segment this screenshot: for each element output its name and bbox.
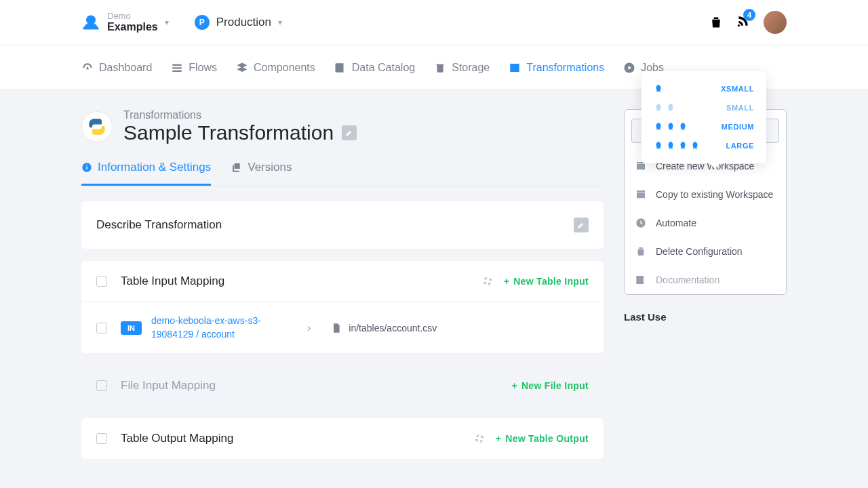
nav-storage[interactable]: Storage [434, 62, 490, 74]
side-delete-config[interactable]: Delete Configuration [625, 237, 786, 266]
trash-icon [635, 246, 646, 257]
option-label: LARGE [726, 142, 755, 150]
book-icon [635, 274, 646, 285]
breadcrumb[interactable]: Transformations [123, 109, 357, 121]
option-label: XSMALL [721, 85, 754, 93]
backend-size-option-medium[interactable]: MEDIUM [642, 117, 766, 136]
chevron-down-icon: ▾ [165, 18, 169, 27]
rocket-icon [666, 103, 675, 113]
new-file-input-button[interactable]: +New File Input [511, 380, 589, 391]
nav-flows[interactable]: Flows [171, 62, 217, 74]
project-selector[interactable]: Demo Examples [107, 12, 158, 33]
in-badge: IN [121, 321, 142, 335]
nav-label: Flows [189, 62, 217, 74]
keboola-logo-icon [81, 13, 100, 32]
side-label: Automate [656, 218, 696, 228]
card-title: Table Input Mapping [121, 274, 224, 288]
notifications-count: 4 [743, 9, 755, 21]
plus-icon: + [511, 380, 517, 391]
rocket-icon [654, 141, 663, 150]
window-icon [509, 62, 521, 74]
table-output-card: Table Output Mapping +New Table Output [81, 418, 604, 459]
env-name: Production [216, 16, 271, 29]
pencil-icon [577, 221, 585, 229]
project-org-label: Demo [107, 12, 158, 21]
new-link-label: New Table Output [505, 433, 589, 444]
svg-point-3 [86, 16, 96, 25]
nav-transformations[interactable]: Transformations [509, 62, 604, 74]
collapse-icon[interactable] [482, 276, 493, 287]
tab-label: Information & Settings [98, 161, 211, 174]
document-icon [331, 323, 342, 333]
mapping-row: IN demo-keboola-ex-aws-s3-19084129 / acc… [81, 302, 604, 353]
stack-icon [236, 62, 248, 74]
new-table-output-button[interactable]: +New Table Output [496, 433, 589, 444]
rocket-icon [678, 141, 688, 150]
checkbox[interactable] [96, 323, 107, 333]
rocket-icon [690, 141, 700, 150]
info-icon [81, 162, 92, 173]
rocket-icon [654, 103, 663, 113]
rocket-icon [654, 84, 663, 94]
nav-components[interactable]: Components [236, 62, 315, 74]
edit-description-button[interactable] [574, 218, 589, 232]
topbar: Demo Examples ▾ P Production ▾ 4 [0, 0, 868, 45]
page-tabs: Information & Settings Versions [81, 161, 604, 186]
box-icon [635, 189, 646, 200]
option-label: MEDIUM [722, 123, 754, 131]
new-table-input-button[interactable]: +New Table Input [504, 276, 589, 287]
checkbox[interactable] [96, 433, 107, 444]
rocket-icon [654, 122, 663, 131]
backend-size-option-xsmall[interactable]: XSMALL [642, 79, 766, 98]
notifications-button[interactable]: 4 [736, 14, 750, 30]
plus-icon: + [496, 433, 501, 444]
clock-icon [635, 218, 646, 228]
checkbox[interactable] [96, 276, 107, 287]
pencil-icon [345, 129, 353, 137]
collapse-icon[interactable] [474, 433, 485, 444]
checkbox[interactable] [96, 380, 107, 391]
bars-icon [171, 62, 183, 74]
file-path-text: in/tables/account.csv [349, 323, 437, 333]
backend-size-popover: XSMALL SMALL MEDIUM LARGE [642, 71, 766, 163]
project-name: Examples [107, 21, 158, 33]
tab-versions[interactable]: Versions [231, 161, 292, 186]
play-icon [623, 62, 635, 74]
file-input-card: File Input Mapping +New File Input [81, 365, 604, 406]
describe-card: Describe Transformation [81, 201, 604, 249]
chevron-down-icon: ▾ [278, 18, 282, 27]
tab-information[interactable]: Information & Settings [81, 161, 211, 186]
env-badge: P [195, 15, 210, 30]
main-column: Transformations Sample Transformation In… [81, 109, 604, 471]
environment-selector[interactable]: P Production ▾ [195, 15, 282, 30]
trash-icon[interactable] [709, 16, 723, 29]
nav-data-catalog[interactable]: Data Catalog [334, 62, 415, 74]
card-title: Table Output Mapping [121, 432, 233, 445]
side-copy-workspace[interactable]: Copy to existing Workspace [625, 180, 786, 209]
side-label: Copy to existing Workspace [656, 189, 773, 200]
book-icon [334, 62, 347, 74]
page-title-text: Sample Transformation [123, 121, 334, 144]
python-icon [81, 111, 113, 142]
last-use-heading: Last Use [624, 311, 787, 323]
plus-icon: + [504, 276, 509, 287]
table-link[interactable]: demo-keboola-ex-aws-s3-19084129 / accoun… [151, 314, 287, 341]
nav-label: Storage [452, 62, 490, 74]
backend-size-option-small[interactable]: SMALL [642, 98, 766, 117]
nav-label: Components [254, 62, 315, 74]
tab-label: Versions [248, 161, 292, 174]
card-title: File Input Mapping [121, 379, 216, 392]
edit-title-button[interactable] [342, 125, 357, 140]
side-documentation[interactable]: Documentation [625, 266, 786, 294]
nav-dashboard[interactable]: Dashboard [81, 62, 152, 74]
file-path-cell: in/tables/account.csv [331, 323, 437, 333]
topbar-right: 4 [709, 11, 787, 34]
side-label: Documentation [656, 274, 719, 285]
new-link-label: New File Input [521, 380, 589, 391]
avatar[interactable] [764, 11, 787, 34]
rocket-icon [666, 141, 675, 150]
table-input-card: Table Input Mapping +New Table Input IN … [81, 261, 604, 353]
db-icon [434, 62, 446, 74]
backend-size-option-large[interactable]: LARGE [642, 136, 766, 155]
side-automate[interactable]: Automate [625, 209, 786, 237]
